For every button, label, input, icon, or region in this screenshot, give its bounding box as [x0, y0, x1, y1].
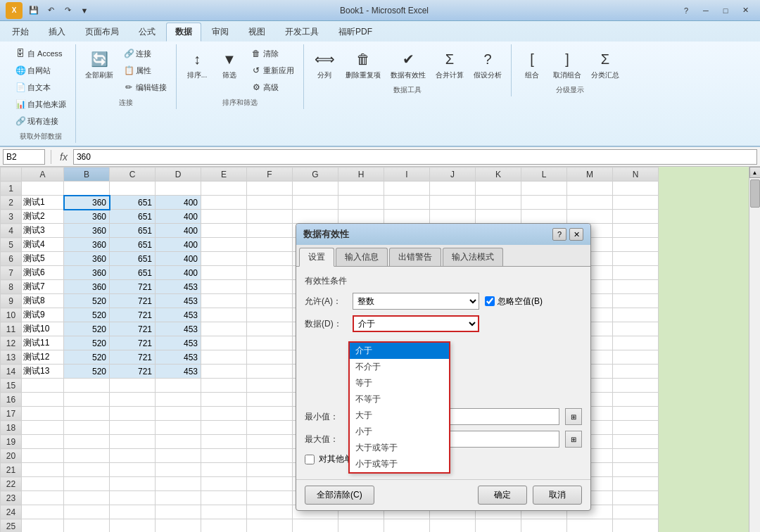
cell-A4[interactable]: 测试3 — [22, 224, 64, 238]
cell-M3[interactable] — [567, 210, 613, 224]
cell-A5[interactable]: 测试4 — [22, 238, 64, 252]
cell-C13[interactable]: 721 — [110, 350, 156, 365]
col-header-F[interactable]: F — [247, 167, 293, 182]
cell-I2[interactable] — [384, 196, 430, 210]
row-header-14[interactable]: 14 — [1, 365, 22, 379]
cell-B13[interactable]: 520 — [64, 350, 110, 365]
cell-F6[interactable] — [247, 252, 293, 266]
row-header-25[interactable]: 25 — [1, 519, 22, 533]
cell-D3[interactable]: 400 — [156, 210, 201, 224]
row-header-15[interactable]: 15 — [1, 379, 22, 393]
cell-N22[interactable] — [613, 477, 659, 491]
consolidate-button[interactable]: Σ 合并计算 — [432, 46, 467, 82]
restore-button[interactable]: □ — [716, 4, 735, 18]
cell-N14[interactable] — [613, 365, 659, 379]
cell-B20[interactable] — [64, 449, 110, 463]
cell-F17[interactable] — [247, 407, 293, 421]
cell-F19[interactable] — [247, 435, 293, 449]
cell-E16[interactable] — [201, 393, 247, 407]
cell-L2[interactable] — [521, 196, 567, 210]
cell-C15[interactable] — [110, 379, 156, 393]
ribbon-tab-开发工具[interactable]: 开发工具 — [276, 23, 328, 42]
cell-K25[interactable] — [476, 519, 521, 533]
undo-button[interactable]: ↶ — [44, 4, 58, 18]
cell-E9[interactable] — [201, 294, 247, 308]
advanced-button[interactable]: ⚙ 高级 — [247, 80, 298, 95]
cell-D21[interactable] — [156, 463, 201, 477]
row-header-17[interactable]: 17 — [1, 407, 22, 421]
cell-K2[interactable] — [476, 196, 521, 210]
cell-N5[interactable] — [613, 238, 659, 252]
cell-A6[interactable]: 测试5 — [22, 252, 64, 266]
cell-N25[interactable] — [613, 519, 659, 533]
cell-N15[interactable] — [613, 379, 659, 393]
cell-D14[interactable]: 453 — [156, 365, 201, 379]
row-header-16[interactable]: 16 — [1, 393, 22, 407]
remove-dup-button[interactable]: 🗑 删除重复项 — [342, 46, 384, 82]
cell-E20[interactable] — [201, 449, 247, 463]
cell-I1[interactable] — [384, 182, 430, 196]
cell-N19[interactable] — [613, 435, 659, 449]
cell-A8[interactable]: 测试7 — [22, 280, 64, 294]
cell-I25[interactable] — [384, 519, 430, 533]
cell-M2[interactable] — [567, 196, 613, 210]
cell-F24[interactable] — [247, 505, 293, 519]
cell-E25[interactable] — [201, 519, 247, 533]
cell-A16[interactable] — [22, 393, 64, 407]
cell-F8[interactable] — [247, 280, 293, 294]
dialog-tab-2[interactable]: 出错警告 — [389, 248, 441, 266]
dialog-tab-1[interactable]: 输入信息 — [336, 248, 388, 266]
cell-J3[interactable] — [430, 210, 476, 224]
col-header-D[interactable]: D — [156, 167, 201, 182]
cell-F23[interactable] — [247, 491, 293, 505]
col-header-E[interactable]: E — [201, 167, 247, 182]
cell-G1[interactable] — [293, 182, 338, 196]
ribbon-tab-审阅[interactable]: 审阅 — [203, 23, 238, 42]
cell-M1[interactable] — [567, 182, 613, 196]
cell-A13[interactable]: 测试12 — [22, 350, 64, 365]
formula-input[interactable] — [73, 149, 757, 165]
cell-H25[interactable] — [338, 519, 384, 533]
vertical-scrollbar[interactable]: ▲ ▼ — [749, 167, 760, 532]
row-header-20[interactable]: 20 — [1, 449, 22, 463]
scroll-track[interactable] — [749, 178, 760, 532]
cell-N8[interactable] — [613, 280, 659, 294]
filter-button[interactable]: ▼ 筛选 — [215, 46, 244, 82]
cell-E24[interactable] — [201, 505, 247, 519]
col-header-H[interactable]: H — [338, 167, 384, 182]
clear-all-button[interactable]: 全部清除(C) — [305, 486, 374, 505]
cell-F3[interactable] — [247, 210, 293, 224]
cell-C24[interactable] — [110, 505, 156, 519]
dropdown-item-0[interactable]: 介于 — [350, 343, 449, 359]
edit-links-button[interactable]: ✏ 编辑链接 — [120, 80, 170, 95]
cell-B6[interactable]: 360 — [64, 252, 110, 266]
cell-D11[interactable]: 453 — [156, 322, 201, 336]
cell-A3[interactable]: 测试2 — [22, 210, 64, 224]
cell-C20[interactable] — [110, 449, 156, 463]
cell-F25[interactable] — [247, 519, 293, 533]
cell-B8[interactable]: 360 — [64, 280, 110, 294]
allow-select[interactable]: 整数 — [353, 293, 479, 310]
cell-E5[interactable] — [201, 238, 247, 252]
max-ref-button[interactable]: ⊞ — [565, 431, 582, 448]
row-header-2[interactable]: 2 — [1, 196, 22, 210]
cell-J1[interactable] — [430, 182, 476, 196]
cell-N1[interactable] — [613, 182, 659, 196]
col-header-I[interactable]: I — [384, 167, 430, 182]
cell-C2[interactable]: 651 — [110, 196, 156, 210]
cell-B4[interactable]: 360 — [64, 224, 110, 238]
row-header-11[interactable]: 11 — [1, 322, 22, 336]
cell-E18[interactable] — [201, 421, 247, 435]
cell-E11[interactable] — [201, 322, 247, 336]
col-header-M[interactable]: M — [567, 167, 613, 182]
col-header-C[interactable]: C — [110, 167, 156, 182]
cell-D13[interactable]: 453 — [156, 350, 201, 365]
cell-N6[interactable] — [613, 252, 659, 266]
cell-C16[interactable] — [110, 393, 156, 407]
cell-B5[interactable]: 360 — [64, 238, 110, 252]
cell-F22[interactable] — [247, 477, 293, 491]
cell-F11[interactable] — [247, 322, 293, 336]
dropdown-item-3[interactable]: 不等于 — [350, 391, 449, 407]
cell-D12[interactable]: 453 — [156, 336, 201, 350]
cell-D17[interactable] — [156, 407, 201, 421]
